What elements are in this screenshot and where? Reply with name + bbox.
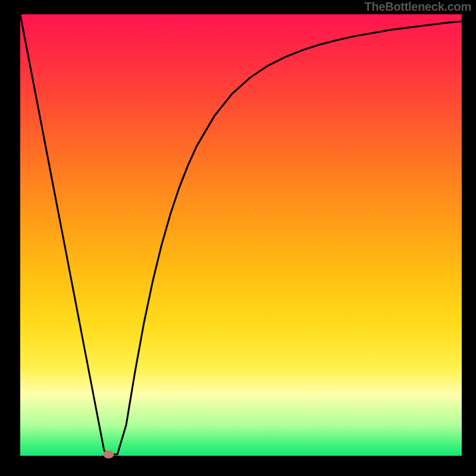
plot-background bbox=[20, 14, 462, 456]
bottleneck-chart bbox=[0, 0, 476, 476]
watermark-text: TheBottleneck.com bbox=[365, 0, 471, 14]
optimum-marker bbox=[103, 450, 114, 459]
chart-frame: TheBottleneck.com bbox=[0, 0, 476, 476]
